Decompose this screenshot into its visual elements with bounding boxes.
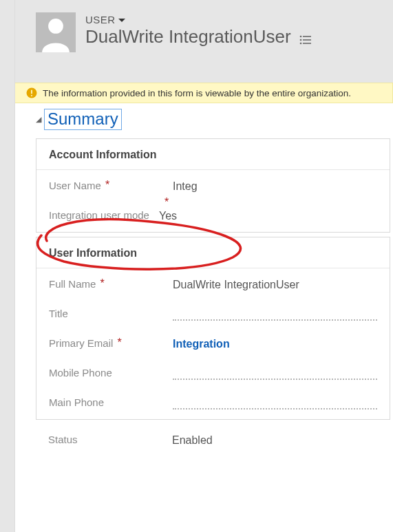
field-status: Status Enabled bbox=[15, 424, 393, 456]
field-user-name[interactable]: User Name * Integ bbox=[36, 170, 390, 202]
svg-rect-9 bbox=[31, 90, 32, 94]
notification-text: The information provided in this form is… bbox=[43, 88, 351, 98]
full-name-value[interactable]: DualWrite IntegrationUser bbox=[173, 278, 377, 291]
summary-section-header[interactable]: ◢ Summary bbox=[15, 103, 393, 134]
svg-point-6 bbox=[299, 43, 301, 45]
status-value: Enabled bbox=[172, 434, 381, 447]
warning-icon bbox=[26, 87, 37, 98]
main-phone-label: Main Phone bbox=[49, 396, 104, 408]
primary-email-label: Primary Email bbox=[49, 337, 113, 349]
field-mobile-phone[interactable]: Mobile Phone bbox=[36, 360, 390, 390]
record-header: USER DualWrite IntegrationUser bbox=[15, 0, 393, 83]
collapse-caret-icon: ◢ bbox=[36, 115, 41, 124]
svg-rect-7 bbox=[303, 43, 311, 44]
chevron-down-icon bbox=[118, 14, 125, 25]
user-name-value[interactable]: Integ bbox=[173, 180, 377, 193]
svg-rect-5 bbox=[303, 39, 311, 41]
field-full-name[interactable]: Full Name * DualWrite IntegrationUser bbox=[36, 268, 390, 301]
svg-point-4 bbox=[299, 39, 301, 41]
mobile-phone-label: Mobile Phone bbox=[49, 367, 112, 379]
main-phone-value[interactable] bbox=[173, 396, 377, 409]
integration-mode-value[interactable]: Yes bbox=[159, 209, 377, 222]
primary-email-value[interactable]: Integration bbox=[173, 337, 377, 350]
form-content: USER DualWrite IntegrationUser bbox=[15, 0, 393, 532]
field-main-phone[interactable]: Main Phone bbox=[36, 390, 390, 419]
required-icon: * bbox=[164, 197, 169, 208]
required-icon: * bbox=[118, 337, 122, 348]
field-primary-email[interactable]: Primary Email * Integration bbox=[36, 330, 390, 360]
field-title[interactable]: Title bbox=[36, 301, 390, 330]
svg-rect-3 bbox=[303, 36, 311, 37]
avatar bbox=[36, 12, 76, 52]
title-label: Title bbox=[49, 308, 68, 319]
field-integration-user-mode[interactable]: Integration user mode * Yes bbox=[36, 202, 390, 232]
svg-point-2 bbox=[299, 36, 301, 38]
mobile-phone-value[interactable] bbox=[173, 367, 377, 380]
required-icon: * bbox=[105, 180, 109, 191]
full-name-label: Full Name bbox=[49, 278, 96, 290]
record-name: DualWrite IntegrationUser bbox=[85, 26, 291, 47]
integration-mode-label: Integration user mode bbox=[49, 209, 149, 221]
required-icon: * bbox=[100, 278, 105, 289]
account-information-section: Account Information User Name * Integ In… bbox=[36, 138, 390, 233]
user-name-label: User Name bbox=[49, 180, 101, 191]
summary-title: Summary bbox=[44, 109, 122, 130]
svg-point-10 bbox=[31, 95, 32, 96]
record-menu-icon[interactable] bbox=[299, 28, 312, 50]
info-notification-bar: The information provided in this form is… bbox=[15, 83, 393, 103]
left-gutter bbox=[0, 0, 15, 532]
svg-point-1 bbox=[48, 19, 63, 34]
title-value[interactable] bbox=[173, 308, 377, 321]
account-info-header: Account Information bbox=[36, 139, 390, 170]
user-information-section: User Information Full Name * DualWrite I… bbox=[36, 237, 390, 420]
user-info-header: User Information bbox=[36, 237, 390, 268]
status-label: Status bbox=[48, 434, 78, 445]
entity-type-dropdown[interactable]: USER bbox=[85, 14, 125, 25]
entity-type-label: USER bbox=[85, 14, 116, 25]
